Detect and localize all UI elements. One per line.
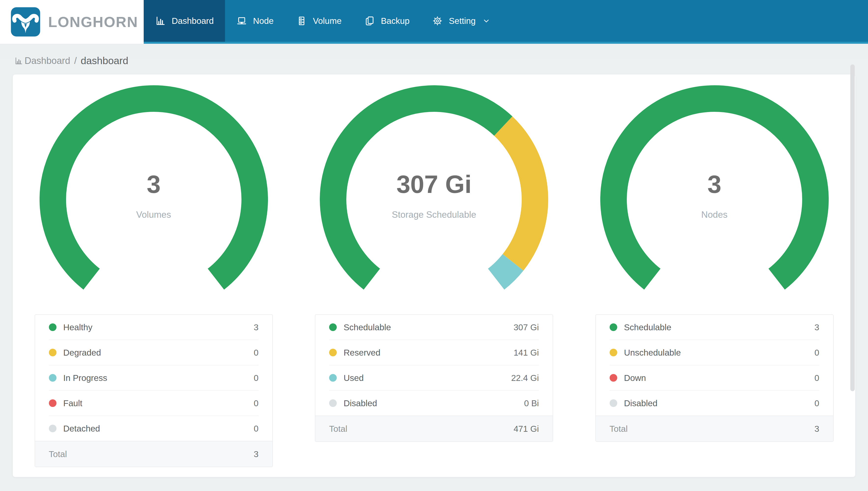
chevron-down-icon bbox=[482, 17, 491, 25]
legend-dot-gray bbox=[329, 399, 337, 407]
scrollbar-thumb[interactable] bbox=[850, 64, 855, 391]
legend-total-row: Total3 bbox=[596, 415, 833, 441]
breadcrumb-separator: / bbox=[74, 56, 77, 66]
bar-chart-icon bbox=[155, 16, 166, 26]
legend-rows: Healthy3Degraded0In Progress0Fault0Detac… bbox=[35, 315, 272, 441]
legend-value: 0 bbox=[814, 398, 819, 408]
tab-dashboard[interactable]: Dashboard bbox=[144, 0, 225, 42]
gear-icon bbox=[432, 16, 443, 26]
legend-rows: Schedulable3Unschedulable0Down0Disabled0 bbox=[596, 315, 833, 415]
legend-row-schedulable: Schedulable307 Gi bbox=[329, 315, 539, 340]
legend-value: 0 bbox=[814, 348, 819, 357]
legend-value: 0 Bi bbox=[524, 398, 539, 408]
brand-name: LONGHORN bbox=[48, 13, 138, 30]
legend-table-storage: Schedulable307 GiReserved141 GiUsed22.4 … bbox=[315, 314, 553, 442]
legend-dot-yellow bbox=[329, 349, 337, 356]
legend-value: 3 bbox=[814, 322, 819, 332]
legend-label: Healthy bbox=[63, 322, 93, 332]
legend-value: 22.4 Gi bbox=[511, 373, 539, 383]
legend-dot-gray bbox=[610, 399, 617, 407]
legend-label: Schedulable bbox=[624, 322, 672, 332]
gauge-column-nodes: 3NodesSchedulable3Unschedulable0Down0Dis… bbox=[575, 85, 854, 467]
gauge-storage: 307 GiStorage Schedulable bbox=[320, 85, 548, 314]
total-label: Total bbox=[49, 449, 67, 459]
legend-value: 141 Gi bbox=[514, 348, 539, 357]
legend-label: Fault bbox=[63, 398, 83, 408]
legend-dot-yellow bbox=[49, 349, 57, 356]
legend-total-row: Total3 bbox=[35, 441, 272, 467]
copy-icon bbox=[364, 16, 375, 26]
bar-chart-icon bbox=[14, 57, 23, 65]
legend-table-volumes: Healthy3Degraded0In Progress0Fault0Detac… bbox=[35, 314, 273, 467]
gauge-segment-used bbox=[496, 262, 513, 279]
total-label: Total bbox=[610, 424, 628, 434]
legend-label: Down bbox=[624, 373, 646, 383]
server-icon bbox=[296, 16, 307, 26]
legend-row-detached: Detached0 bbox=[49, 415, 259, 441]
legend-dot-yellow bbox=[610, 349, 617, 356]
gauge-segment-healthy bbox=[53, 98, 254, 279]
legend-row-healthy: Healthy3 bbox=[49, 315, 259, 340]
legend-row-down: Down0 bbox=[610, 365, 819, 390]
gauge-segment-schedulable bbox=[333, 98, 503, 279]
legend-dot-red bbox=[610, 374, 617, 382]
tab-label: Volume bbox=[313, 16, 342, 26]
longhorn-logo-icon bbox=[10, 7, 41, 37]
gauge-segment-reserved bbox=[503, 126, 535, 262]
brand: LONGHORN bbox=[0, 0, 144, 44]
breadcrumb-section[interactable]: Dashboard bbox=[25, 56, 70, 66]
legend-value: 0 bbox=[254, 348, 258, 357]
legend-row-in-progress: In Progress0 bbox=[49, 365, 259, 390]
header: LONGHORN DashboardNodeVolumeBackupSettin… bbox=[0, 0, 868, 44]
legend-value: 3 bbox=[254, 322, 258, 332]
legend-row-fault: Fault0 bbox=[49, 390, 259, 415]
legend-value: 307 Gi bbox=[514, 322, 539, 332]
legend-row-degraded: Degraded0 bbox=[49, 340, 259, 365]
tab-node[interactable]: Node bbox=[225, 0, 285, 42]
legend-label: In Progress bbox=[63, 373, 107, 383]
gauge-segment-schedulable bbox=[614, 98, 815, 279]
tab-label: Node bbox=[253, 16, 274, 26]
gauge-volumes: 3Volumes bbox=[39, 85, 268, 314]
tab-backup[interactable]: Backup bbox=[353, 0, 421, 42]
legend-table-nodes: Schedulable3Unschedulable0Down0Disabled0… bbox=[595, 314, 834, 442]
legend-label: Schedulable bbox=[344, 322, 391, 332]
legend-row-unschedulable: Unschedulable0 bbox=[610, 340, 819, 365]
legend-value: 0 bbox=[254, 373, 258, 383]
legend-value: 0 bbox=[254, 398, 258, 408]
legend-row-disabled: Disabled0 bbox=[610, 390, 819, 415]
legend-rows: Schedulable307 GiReserved141 GiUsed22.4 … bbox=[315, 315, 553, 415]
legend-row-disabled: Disabled0 Bi bbox=[329, 390, 539, 415]
legend-dot-red bbox=[49, 399, 57, 407]
nav-tabs: DashboardNodeVolumeBackupSetting bbox=[144, 0, 868, 44]
tab-label: Backup bbox=[381, 16, 410, 26]
legend-row-reserved: Reserved141 Gi bbox=[329, 340, 539, 365]
legend-dot-green bbox=[49, 323, 57, 331]
legend-label: Unschedulable bbox=[624, 348, 681, 357]
legend-dot-gray bbox=[49, 425, 57, 432]
legend-dot-teal bbox=[49, 374, 57, 382]
tab-label: Setting bbox=[449, 16, 475, 26]
total-value: 471 Gi bbox=[514, 424, 539, 434]
laptop-icon bbox=[236, 16, 247, 26]
legend-dot-green bbox=[329, 323, 337, 331]
tab-volume[interactable]: Volume bbox=[285, 0, 353, 42]
breadcrumb-current-page: dashboard bbox=[81, 55, 128, 66]
legend-dot-teal bbox=[329, 374, 337, 382]
legend-row-used: Used22.4 Gi bbox=[329, 365, 539, 390]
legend-label: Disabled bbox=[624, 398, 657, 408]
legend-label: Degraded bbox=[63, 348, 101, 357]
legend-total-row: Total471 Gi bbox=[315, 415, 553, 441]
total-value: 3 bbox=[254, 449, 258, 459]
gauge-column-storage: 307 GiStorage SchedulableSchedulable307 … bbox=[294, 85, 574, 467]
dashboard-card: 3VolumesHealthy3Degraded0In Progress0Fau… bbox=[13, 75, 855, 477]
tab-setting[interactable]: Setting bbox=[421, 0, 502, 42]
legend-label: Used bbox=[344, 373, 364, 383]
breadcrumb: Dashboard / dashboard bbox=[0, 44, 868, 75]
total-value: 3 bbox=[814, 424, 819, 434]
legend-value: 0 bbox=[814, 373, 819, 383]
legend-label: Reserved bbox=[344, 348, 380, 357]
tab-label: Dashboard bbox=[172, 16, 214, 26]
gauge-nodes: 3Nodes bbox=[600, 85, 829, 314]
total-label: Total bbox=[329, 424, 347, 434]
